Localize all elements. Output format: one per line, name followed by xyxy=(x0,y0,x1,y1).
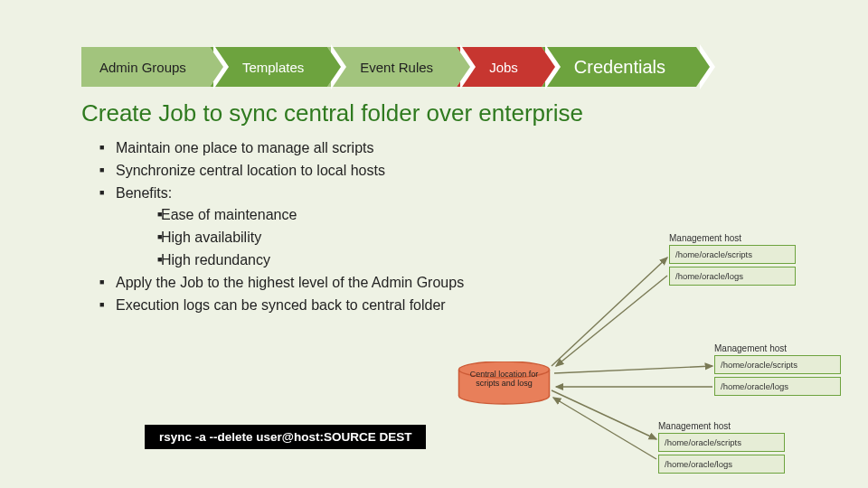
host-label: Management host xyxy=(714,343,841,353)
host-label: Management host xyxy=(658,421,785,431)
bullet-item: Synchronize central location to local ho… xyxy=(99,160,464,181)
path-scripts: /home/oracle/scripts xyxy=(714,355,841,374)
step-label: Credentials xyxy=(574,57,665,78)
host-block: Management host /home/oracle/scripts /ho… xyxy=(669,233,796,288)
svg-line-5 xyxy=(552,258,667,366)
host-block: Management host /home/oracle/scripts /ho… xyxy=(714,343,841,399)
path-logs: /home/oracle/logs xyxy=(658,455,785,474)
command-box: rsync -a --delete user@host:SOURCE DEST xyxy=(145,425,426,449)
step-label: Admin Groups xyxy=(99,60,186,75)
bullet-item: Execution logs can be synced back to cen… xyxy=(99,295,464,315)
step-label: Jobs xyxy=(489,60,518,75)
svg-line-9 xyxy=(552,390,656,439)
step-credentials: Credentials xyxy=(542,47,696,87)
bullet-sub-item: Ease of maintenance xyxy=(145,204,464,225)
step-event-rules: Event Rules xyxy=(327,47,457,87)
svg-line-7 xyxy=(554,366,712,373)
step-label: Templates xyxy=(242,60,304,75)
step-admin-groups: Admin Groups xyxy=(81,47,210,87)
path-logs: /home/oracle/logs xyxy=(669,267,796,286)
breadcrumb-steps: Admin Groups Templates Event Rules Jobs … xyxy=(81,47,696,87)
path-scripts: /home/oracle/scripts xyxy=(658,433,785,452)
svg-line-6 xyxy=(556,276,667,366)
cylinder-icon: Central location for scripts and losg xyxy=(457,361,552,399)
path-scripts: /home/oracle/scripts xyxy=(669,245,796,264)
bullet-item: Apply the Job to the highest level of th… xyxy=(99,272,464,293)
bullet-item: Benefits: Ease of maintenance High avail… xyxy=(99,183,464,270)
step-label: Event Rules xyxy=(360,60,433,75)
bullet-sub-item: High availability xyxy=(145,227,464,248)
bullet-item: Maintain one place to manage all scripts xyxy=(99,137,464,158)
host-block: Management host /home/oracle/scripts /ho… xyxy=(658,421,785,476)
svg-line-10 xyxy=(553,398,656,459)
bullet-sub-item: High redundancy xyxy=(145,249,464,270)
cylinder-label: Central location for scripts and losg xyxy=(457,370,552,389)
path-logs: /home/oracle/logs xyxy=(714,377,841,396)
bullet-list: Maintain one place to manage all scripts… xyxy=(99,137,464,318)
host-label: Management host xyxy=(669,233,796,243)
page-title: Create Job to sync central folder over e… xyxy=(81,99,583,127)
